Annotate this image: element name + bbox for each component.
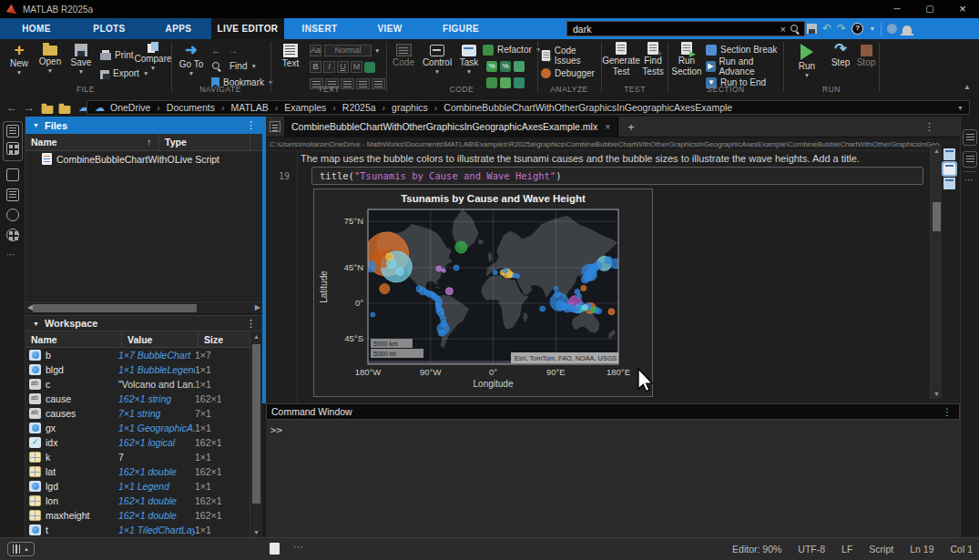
workspace-row[interactable]: maxheight 162×1 double 162×1	[25, 508, 251, 523]
workspace-col-size[interactable]: Size	[199, 331, 250, 347]
workspace-row[interactable]: blgd 1×1 BubbleLegend 1×1	[25, 362, 251, 377]
run-section-button[interactable]: ▶ RunSection	[669, 42, 704, 76]
breadcrumb-dropdown-icon[interactable]: ▼	[957, 105, 964, 111]
status-page-icon[interactable]	[270, 543, 280, 555]
code-button[interactable]: Code	[390, 42, 417, 67]
workspace-row[interactable]: lgd 1×1 Legend 1×1	[25, 479, 251, 494]
command-prompt[interactable]: >>	[270, 424, 282, 436]
files-panel-header[interactable]: ▼ Files ⋮	[25, 117, 262, 134]
collapse-ribbon-icon[interactable]: ▲	[964, 83, 971, 91]
text-button[interactable]: Text	[277, 42, 304, 68]
scrollbar-thumb[interactable]	[33, 304, 197, 312]
scroll-right-icon[interactable]: ▶	[255, 303, 260, 311]
workspace-vertical-scrollbar[interactable]: ▲ ▼	[250, 331, 262, 537]
file-row[interactable]: CombineBubbleChartWithO... Live Script	[25, 151, 262, 167]
document-menu-icon[interactable]	[270, 121, 280, 132]
breadcrumb-item[interactable]: Examples	[269, 102, 327, 113]
help-dropdown-icon[interactable]: ▼	[869, 25, 875, 32]
command-window[interactable]: Command Window ⋮ >>	[266, 403, 960, 537]
bold-button[interactable]: B	[310, 61, 321, 73]
output-thumbnail-icon[interactable]	[943, 178, 955, 189]
compare-button[interactable]: Compare▼	[136, 42, 170, 71]
debugger-button[interactable]: Debugger	[541, 66, 595, 80]
search-box[interactable]	[566, 21, 805, 36]
find-button[interactable]: Find▼	[211, 59, 257, 73]
files-panel-icon[interactable]	[6, 125, 19, 137]
breadcrumb-item[interactable]: R2025a	[326, 102, 375, 113]
notifications-bell-icon[interactable]	[903, 25, 912, 34]
breadcrumb-item[interactable]: MATLAB	[215, 102, 269, 113]
generate-test-button[interactable]: GenerateTest	[603, 42, 639, 76]
ribbon-tab[interactable]: APPS	[146, 18, 211, 39]
quick-save-icon[interactable]	[807, 24, 817, 34]
output-thumbnail-icon-selected[interactable]	[943, 163, 955, 175]
workspace-row[interactable]: t 1×1 TiledChartLay... 1×1	[25, 523, 251, 537]
file-kind-indicator[interactable]: Script	[869, 544, 893, 555]
scrollbar-thumb[interactable]	[933, 202, 941, 231]
search-icon[interactable]	[790, 24, 801, 35]
breadcrumb-item[interactable]: OneDrive	[110, 102, 150, 113]
output-thumbnail-icon[interactable]	[943, 148, 955, 160]
workspace-row[interactable]: gx 1×1 GeographicA... 1×1	[25, 421, 251, 435]
scroll-down-icon[interactable]: ▼	[253, 529, 260, 535]
tabstrip-menu-icon[interactable]: ⋮	[924, 121, 934, 133]
layout-toggle-button[interactable]: ▲	[7, 542, 35, 556]
editor-tab[interactable]: CombineBubbleChartWithOtherGraphicsInGeo…	[284, 117, 618, 137]
step-button[interactable]: ↷ Step	[827, 42, 854, 67]
files-menu-icon[interactable]: ⋮	[246, 119, 256, 131]
scroll-up-icon[interactable]: ▲	[253, 333, 260, 340]
workspace-row[interactable]: k 7 1×1	[25, 450, 251, 464]
minimize-icon[interactable]	[881, 0, 913, 18]
scroll-up-icon[interactable]: ▲	[933, 148, 940, 154]
print-button[interactable]: Print	[100, 48, 134, 62]
figure-output[interactable]: 180°W90°W0°90°E180°E75°N45°N0°45°STsunam…	[313, 188, 653, 397]
files-col-type[interactable]: Type	[159, 134, 250, 150]
wrap-comments-icon[interactable]	[514, 61, 525, 72]
scroll-down-icon[interactable]: ▼	[933, 391, 940, 397]
file-search-icon[interactable]	[6, 188, 19, 201]
scrollbar-thumb[interactable]	[252, 344, 260, 504]
ribbon-tab[interactable]: INSERT	[284, 18, 355, 39]
redo-icon[interactable]: ↷	[837, 21, 846, 36]
breadcrumb-item[interactable]: Documents	[150, 102, 215, 113]
search-input[interactable]	[567, 24, 777, 35]
eol-indicator[interactable]: LF	[841, 544, 852, 555]
section-break-button[interactable]: Section Break	[706, 43, 777, 56]
apps-cluster-icon[interactable]	[6, 229, 19, 241]
history-clock-icon[interactable]	[6, 209, 19, 221]
workspace-row[interactable]: c "Volcano and Lan... 1×1	[25, 377, 251, 392]
workspace-row[interactable]: lon 162×1 double 162×1	[25, 494, 251, 508]
comment-percent-icon[interactable]: %	[486, 61, 497, 72]
goto-button[interactable]: ➜ Go To▼	[175, 42, 208, 76]
help-icon[interactable]: ?	[852, 23, 863, 35]
command-window-menu-icon[interactable]: ⋮	[943, 406, 953, 417]
new-folder-icon[interactable]	[59, 106, 71, 114]
new-tab-icon[interactable]: +	[618, 120, 644, 134]
save-button[interactable]: Save▼	[66, 42, 97, 75]
encoding-indicator[interactable]: UTF-8	[798, 544, 825, 555]
workspace-row[interactable]: cause 162×1 string 162×1	[25, 392, 251, 406]
project-box-icon[interactable]	[6, 168, 19, 181]
files-horizontal-scrollbar[interactable]: ◀ ▶	[25, 301, 262, 313]
ribbon-tab[interactable]: VIEW	[355, 18, 424, 39]
breadcrumb[interactable]: ☁ OneDriveDocumentsMATLABExamplesR2025ag…	[87, 100, 970, 115]
folder-up-icon[interactable]	[42, 106, 54, 114]
breadcrumb-item[interactable]: CombineBubbleChartWithOtherGraphicsInGeo…	[428, 102, 732, 113]
font-case-icon[interactable]: Aa	[310, 45, 321, 56]
underline-button[interactable]: U	[337, 61, 349, 73]
text-settings-icon[interactable]	[364, 62, 375, 73]
collapse-caret-icon[interactable]: ▼	[33, 321, 39, 327]
close-icon[interactable]	[946, 0, 979, 18]
status-more-icon[interactable]: ⋯	[293, 541, 305, 553]
workspace-row[interactable]: lat 162×1 double 162×1	[25, 464, 251, 479]
editor-scrollbar[interactable]: ▲ ▼	[930, 146, 942, 399]
panel-layout-icon[interactable]	[963, 129, 977, 146]
open-button[interactable]: Open▼	[35, 42, 66, 74]
refactor-button[interactable]: Refactor▼	[483, 43, 541, 56]
ribbon-tab[interactable]: HOME	[0, 18, 73, 39]
maximize-icon[interactable]	[913, 0, 946, 18]
navigate-forward-icon[interactable]: →	[229, 45, 239, 56]
clear-search-icon[interactable]	[777, 24, 790, 35]
navigate-back-icon[interactable]: ←	[211, 45, 221, 56]
profile-icon[interactable]	[887, 24, 897, 34]
